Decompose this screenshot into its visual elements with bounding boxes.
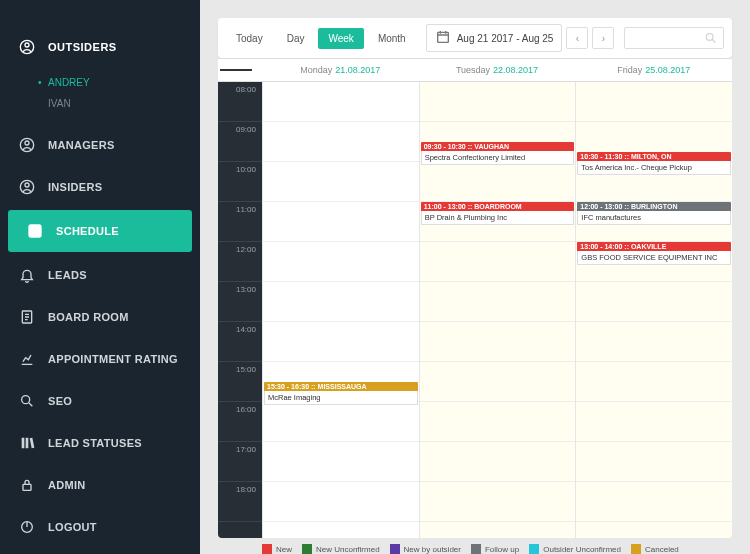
next-button[interactable]: › xyxy=(592,27,614,49)
legend-swatch xyxy=(529,544,539,554)
day-column-monday[interactable]: 15:30 - 16:30 :: MISSISSAUGAMcRae Imagin… xyxy=(262,82,419,538)
date-range-text: Aug 21 2017 - Aug 25 xyxy=(457,33,554,44)
legend-swatch xyxy=(471,544,481,554)
day-column-tuesday[interactable]: 09:30 - 10:30 :: VAUGHANSpectra Confecti… xyxy=(419,82,576,538)
hour-label: 09:00 xyxy=(218,122,262,162)
svg-point-5 xyxy=(25,183,29,187)
user-circle-icon xyxy=(16,134,38,156)
legend: NewNew UnconfirmedNew by outsiderFollow … xyxy=(218,538,732,554)
sidebar-label: BOARD ROOM xyxy=(48,311,129,323)
legend-label: New Unconfirmed xyxy=(316,545,380,554)
chart-icon xyxy=(16,348,38,370)
day-button[interactable]: Day xyxy=(277,28,315,49)
sidebar-label: ADMIN xyxy=(48,479,86,491)
month-button[interactable]: Month xyxy=(368,28,416,49)
hour-label: 18:00 xyxy=(218,482,262,522)
today-button[interactable]: Today xyxy=(226,28,273,49)
calendar-event[interactable]: 09:30 - 10:30 :: VAUGHANSpectra Confecti… xyxy=(421,142,575,180)
day-header: Monday21.08.2017 xyxy=(262,65,419,75)
legend-item: Canceled xyxy=(631,544,679,554)
legend-label: Outsider Unconfirmed xyxy=(543,545,621,554)
sidebar-item-leads[interactable]: LEADS xyxy=(0,254,200,296)
hour-label: 16:00 xyxy=(218,402,262,442)
svg-point-8 xyxy=(22,396,30,404)
legend-item: Outsider Unconfirmed xyxy=(529,544,621,554)
day-column-friday[interactable]: 10:30 - 11:30 :: MILTON, ONTos America I… xyxy=(575,82,732,538)
calendar-event[interactable]: 11:00 - 13:00 :: BOARDROOMBP Drain & Plu… xyxy=(421,202,575,240)
svg-point-12 xyxy=(706,34,713,41)
allday-tab xyxy=(220,69,252,71)
legend-swatch xyxy=(390,544,400,554)
sidebar-label: INSIDERS xyxy=(48,181,102,193)
sidebar-label: SEO xyxy=(48,395,72,407)
day-header: Tuesday22.08.2017 xyxy=(419,65,576,75)
legend-item: New by outsider xyxy=(390,544,461,554)
svg-point-1 xyxy=(25,43,29,47)
calendar-event[interactable]: 10:30 - 11:30 :: MILTON, ONTos America I… xyxy=(577,152,731,190)
prev-button[interactable]: ‹ xyxy=(566,27,588,49)
event-body: Tos America Inc.- Cheque Pickup xyxy=(577,161,731,175)
legend-swatch xyxy=(631,544,641,554)
hour-label: 12:00 xyxy=(218,242,262,282)
legend-label: Follow up xyxy=(485,545,519,554)
svg-rect-9 xyxy=(23,484,31,490)
calendar-event[interactable]: 12:00 - 13:00 :: BURLINGTONIFC manufactu… xyxy=(577,202,731,230)
sidebar-item-insiders[interactable]: INSIDERS xyxy=(0,166,200,208)
search-box xyxy=(624,27,724,49)
hour-label: 13:00 xyxy=(218,282,262,322)
hour-label: 17:00 xyxy=(218,442,262,482)
day-header: Friday25.08.2017 xyxy=(575,65,732,75)
event-body: IFC manufactures xyxy=(577,211,731,225)
sidebar-label: APPOINTMENT RATING xyxy=(48,353,178,365)
document-icon xyxy=(16,306,38,328)
event-header: 11:00 - 13:00 :: BOARDROOM xyxy=(421,202,575,211)
sidebar-item-rating[interactable]: APPOINTMENT RATING xyxy=(0,338,200,380)
sidebar-section-outsiders: OUTSIDERS ANDREY IVAN xyxy=(0,26,200,124)
sidebar-label: OUTSIDERS xyxy=(48,41,117,53)
main-area: Today Day Week Month Aug 21 2017 - Aug 2… xyxy=(200,0,750,554)
legend-swatch xyxy=(302,544,312,554)
hour-label: 08:00 xyxy=(218,82,262,122)
sidebar-label: SCHEDULE xyxy=(56,225,119,237)
calendar-body: 08:0009:0010:0011:0012:0013:0014:0015:00… xyxy=(218,82,732,538)
event-header: 12:00 - 13:00 :: BURLINGTON xyxy=(577,202,731,211)
sidebar-item-admin[interactable]: ADMIN xyxy=(0,464,200,506)
legend-swatch xyxy=(262,544,272,554)
sidebar-item-boardroom[interactable]: BOARD ROOM xyxy=(0,296,200,338)
sidebar-item-managers[interactable]: MANAGERS xyxy=(0,124,200,166)
calendar-event[interactable]: 15:30 - 16:30 :: MISSISSAUGAMcRae Imagin… xyxy=(264,382,418,420)
sidebar-label: LEAD STATUSES xyxy=(48,437,142,449)
sidebar-label: MANAGERS xyxy=(48,139,115,151)
event-header: 09:30 - 10:30 :: VAUGHAN xyxy=(421,142,575,151)
event-header: 13:00 - 14:00 :: OAKVILLE xyxy=(577,242,731,251)
calendar-event[interactable]: 13:00 - 14:00 :: OAKVILLEGBS FOOD SERVIC… xyxy=(577,242,731,270)
user-circle-icon xyxy=(16,36,38,58)
hour-label: 15:00 xyxy=(218,362,262,402)
legend-item: New xyxy=(262,544,292,554)
user-circle-icon xyxy=(16,176,38,198)
legend-label: Canceled xyxy=(645,545,679,554)
sidebar-item-logout[interactable]: LOGOUT xyxy=(0,506,200,548)
event-body: McRae Imaging xyxy=(264,391,418,405)
sub-item-ivan[interactable]: IVAN xyxy=(0,93,200,114)
sidebar-item-seo[interactable]: SEO xyxy=(0,380,200,422)
sidebar-item-statuses[interactable]: LEAD STATUSES xyxy=(0,422,200,464)
search-icon xyxy=(704,30,717,46)
sidebar-item-schedule[interactable]: SCHEDULE xyxy=(8,210,192,252)
week-button[interactable]: Week xyxy=(318,28,363,49)
lock-icon xyxy=(16,474,38,496)
legend-item: Follow up xyxy=(471,544,519,554)
svg-point-3 xyxy=(25,141,29,145)
event-body: GBS FOOD SERVICE EQUIPMENT INC xyxy=(577,251,731,265)
sub-item-andrey[interactable]: ANDREY xyxy=(0,72,200,93)
clock-icon xyxy=(24,220,46,242)
sidebar-item-outsiders[interactable]: OUTSIDERS xyxy=(0,26,200,68)
calendar-toolbar: Today Day Week Month Aug 21 2017 - Aug 2… xyxy=(218,18,732,58)
search-input[interactable] xyxy=(631,33,703,44)
event-body: BP Drain & Plumbing Inc xyxy=(421,211,575,225)
outsiders-sublist: ANDREY IVAN xyxy=(0,68,200,124)
date-range-picker[interactable]: Aug 21 2017 - Aug 25 xyxy=(426,24,563,52)
power-icon xyxy=(16,516,38,538)
bell-icon xyxy=(16,264,38,286)
sidebar-label: LEADS xyxy=(48,269,87,281)
